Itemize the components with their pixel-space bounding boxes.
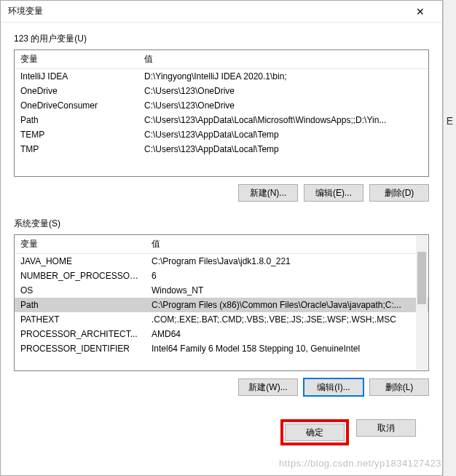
watermark: https://blog.csdn.net/yp1834127423	[279, 458, 441, 469]
cell-variable: TEMP	[15, 127, 138, 142]
cell-variable: TMP	[15, 142, 138, 156]
dialog-bottom-buttons: 确定 取消	[14, 412, 429, 457]
table-row[interactable]: OSWindows_NT	[15, 283, 428, 298]
user-vars-label: 123 的用户变量(U)	[14, 33, 429, 45]
user-delete-button[interactable]: 删除(D)	[369, 184, 429, 202]
system-vars-label: 系统变量(S)	[14, 218, 429, 230]
cell-value: D:\Yingyong\IntelliJ IDEA 2020.1\bin;	[138, 69, 428, 84]
table-header-row: 变量 值	[15, 235, 428, 254]
cell-value: .COM;.EXE;.BAT;.CMD;.VBS;.VBE;.JS;.JSE;.…	[146, 312, 428, 327]
table-header-row: 变量 值	[15, 50, 428, 69]
table-row[interactable]: TEMPC:\Users\123\AppData\Local\Temp	[15, 127, 428, 142]
table-row[interactable]: PATHEXT.COM;.EXE;.BAT;.CMD;.VBS;.VBE;.JS…	[15, 312, 428, 327]
header-value[interactable]: 值	[146, 235, 428, 254]
system-edit-button[interactable]: 编辑(I)...	[304, 378, 363, 396]
cell-variable: OneDrive	[15, 84, 138, 98]
cell-variable: PATHEXT	[15, 312, 146, 327]
scrollbar-thumb[interactable]	[417, 252, 426, 304]
cell-value: C:\Users\123\OneDrive	[138, 84, 428, 98]
table-row[interactable]: NUMBER_OF_PROCESSORS6	[15, 269, 428, 283]
side-strip	[443, 0, 456, 476]
table-row[interactable]: IntelliJ IDEAD:\Yingyong\IntelliJ IDEA 2…	[15, 69, 428, 84]
ok-button[interactable]: 确定	[285, 424, 345, 441]
cell-value: C:\Program Files\Java\jdk1.8.0_221	[146, 254, 428, 269]
cell-value: AMD64	[146, 327, 428, 341]
cell-value: 6	[146, 269, 428, 283]
user-edit-button[interactable]: 编辑(E)...	[304, 184, 363, 202]
cell-variable: NUMBER_OF_PROCESSORS	[15, 269, 146, 283]
table-row[interactable]: TMPC:\Users\123\AppData\Local\Temp	[15, 142, 428, 156]
user-buttons-row: 新建(N)... 编辑(E)... 删除(D)	[14, 184, 429, 202]
cell-value: C:\Program Files (x86)\Common Files\Orac…	[146, 298, 428, 312]
side-letter: E	[447, 115, 453, 127]
ok-highlight: 确定	[280, 419, 349, 445]
cell-variable: Path	[15, 298, 146, 312]
header-value[interactable]: 值	[138, 50, 428, 69]
header-variable[interactable]: 变量	[15, 50, 138, 69]
user-vars-table[interactable]: 变量 值 IntelliJ IDEAD:\Yingyong\IntelliJ I…	[14, 49, 429, 177]
cancel-button[interactable]: 取消	[356, 419, 416, 437]
titlebar: 环境变量 ✕	[1, 1, 442, 23]
cell-variable: OneDriveConsumer	[15, 98, 138, 113]
table-row[interactable]: OneDriveC:\Users\123\OneDrive	[15, 84, 428, 98]
table-row[interactable]: PathC:\Users\123\AppData\Local\Microsoft…	[15, 113, 428, 127]
env-vars-dialog: 环境变量 ✕ 123 的用户变量(U) 变量 值 IntelliJ IDEAD:…	[0, 0, 443, 476]
header-variable[interactable]: 变量	[15, 235, 146, 254]
user-new-button[interactable]: 新建(N)...	[238, 184, 298, 202]
system-scrollbar[interactable]	[416, 236, 428, 370]
cell-variable: PROCESSOR_IDENTIFIER	[15, 341, 146, 356]
cell-variable: Path	[15, 113, 138, 127]
table-row[interactable]: PROCESSOR_ARCHITECT...AMD64	[15, 327, 428, 341]
close-icon[interactable]: ✕	[406, 1, 435, 22]
cell-variable: OS	[15, 283, 146, 298]
dialog-content: 123 的用户变量(U) 变量 值 IntelliJ IDEAD:\Yingyo…	[1, 23, 442, 475]
cell-value: C:\Users\123\AppData\Local\Microsoft\Win…	[138, 113, 428, 127]
system-vars-section: 系统变量(S) 变量 值 JAVA_HOMEC:\Program Files\J…	[14, 218, 429, 405]
dialog-title: 环境变量	[8, 5, 406, 17]
system-new-button[interactable]: 新建(W)...	[238, 378, 298, 396]
user-vars-section: 123 的用户变量(U) 变量 值 IntelliJ IDEAD:\Yingyo…	[14, 33, 429, 210]
cell-value: Windows_NT	[146, 283, 428, 298]
table-row[interactable]: PROCESSOR_IDENTIFIERIntel64 Family 6 Mod…	[15, 341, 428, 356]
cell-variable: IntelliJ IDEA	[15, 69, 138, 84]
system-vars-table[interactable]: 变量 值 JAVA_HOMEC:\Program Files\Java\jdk1…	[14, 234, 429, 371]
cell-value: C:\Users\123\AppData\Local\Temp	[138, 142, 428, 156]
table-row[interactable]: OneDriveConsumerC:\Users\123\OneDrive	[15, 98, 428, 113]
system-delete-button[interactable]: 删除(L)	[369, 378, 429, 396]
table-row[interactable]: PathC:\Program Files (x86)\Common Files\…	[15, 298, 428, 312]
table-row[interactable]: JAVA_HOMEC:\Program Files\Java\jdk1.8.0_…	[15, 254, 428, 269]
cell-variable: PROCESSOR_ARCHITECT...	[15, 327, 146, 341]
cell-value: C:\Users\123\AppData\Local\Temp	[138, 127, 428, 142]
system-buttons-row: 新建(W)... 编辑(I)... 删除(L)	[14, 378, 429, 396]
cell-value: Intel64 Family 6 Model 158 Stepping 10, …	[146, 341, 428, 356]
cell-value: C:\Users\123\OneDrive	[138, 98, 428, 113]
cell-variable: JAVA_HOME	[15, 254, 146, 269]
